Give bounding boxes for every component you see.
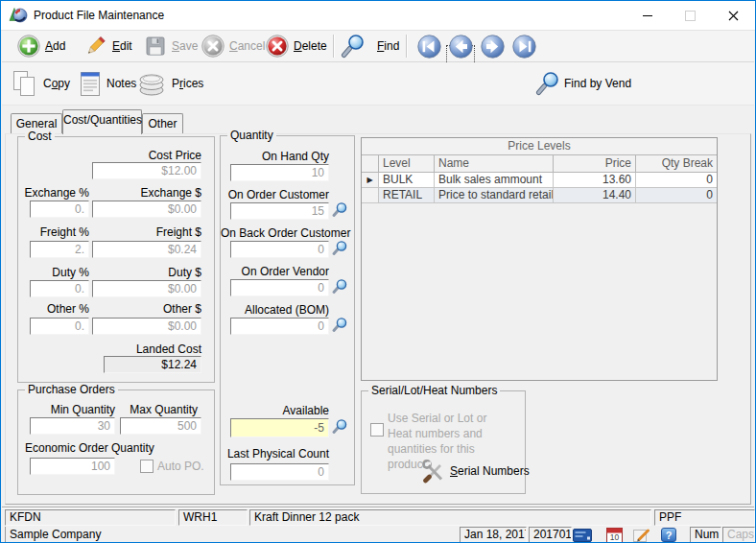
other-pct-field[interactable]: 0. bbox=[30, 318, 89, 335]
tab-other[interactable]: Other bbox=[142, 113, 183, 133]
other-amt-field[interactable]: $0.00 bbox=[92, 318, 201, 335]
purchase-orders-group: Purchase Orders Min Quantity Max Quantit… bbox=[17, 390, 215, 495]
maximize-button[interactable] bbox=[669, 1, 712, 30]
available-field: -5 bbox=[230, 418, 329, 437]
price-levels-caption: Price Levels bbox=[362, 138, 717, 155]
serial-numbers-label: Serial Numbers bbox=[450, 464, 530, 478]
find-button[interactable]: Find bbox=[341, 31, 399, 61]
price-level-row[interactable]: RETAIL Price to standard retail 14.40 0 bbox=[362, 188, 717, 203]
edit-icon bbox=[83, 34, 107, 59]
on-order-vendor-label: On Order Vendor bbox=[221, 265, 329, 278]
cell-name[interactable]: Price to standard retail bbox=[435, 188, 554, 203]
close-icon bbox=[728, 11, 739, 21]
add-label: Add bbox=[45, 39, 65, 53]
max-quantity-label: Max Quantity bbox=[105, 403, 198, 416]
duty-pct-field[interactable]: 0. bbox=[30, 280, 89, 297]
other-amt-label: Other $ bbox=[76, 302, 201, 316]
svg-text:?: ? bbox=[666, 530, 673, 541]
on-hand-qty-field: 10 bbox=[230, 164, 329, 181]
nav-last-button[interactable] bbox=[512, 31, 536, 61]
secondary-toolbar: Copy Notes Prices bbox=[2, 62, 754, 106]
min-quantity-field[interactable]: 30 bbox=[30, 417, 115, 435]
available-label: Available bbox=[221, 404, 329, 417]
cell-qty-break[interactable]: 0 bbox=[636, 173, 717, 188]
prices-button[interactable]: Prices bbox=[138, 62, 203, 105]
notes-icon bbox=[79, 69, 102, 98]
cost-quantities-panel: Cost Cost Price $12.00 Exchange % Exchan… bbox=[5, 133, 751, 505]
on-order-customer-label: On Order Customer bbox=[221, 188, 329, 201]
add-button[interactable]: Add bbox=[17, 31, 65, 61]
cancel-button[interactable]: Cancel bbox=[201, 31, 265, 61]
freight-amt-field[interactable]: $0.24 bbox=[92, 241, 201, 258]
cell-qty-break[interactable]: 0 bbox=[636, 188, 717, 203]
max-quantity-field[interactable]: 500 bbox=[120, 417, 201, 435]
cell-name[interactable]: Bulk sales ammount bbox=[435, 173, 554, 188]
cell-price[interactable]: 13.60 bbox=[554, 173, 636, 188]
cost-group-title: Cost bbox=[25, 130, 55, 143]
exchange-pct-field[interactable]: 0. bbox=[30, 201, 89, 218]
cell-level[interactable]: RETAIL bbox=[379, 188, 435, 203]
landed-cost-label: Landed Cost bbox=[76, 342, 201, 356]
num-lock-indicator: Num bbox=[690, 527, 721, 543]
on-back-order-lookup-icon[interactable] bbox=[331, 240, 348, 257]
delete-button[interactable]: Delete bbox=[266, 31, 327, 61]
price-level-row[interactable]: ▶ BULK Bulk sales ammount 13.60 0 bbox=[362, 173, 717, 188]
find-by-vendor-label: Find by Vend bbox=[564, 77, 631, 90]
eoq-field[interactable]: 100 bbox=[30, 458, 115, 475]
nav-next-button[interactable] bbox=[481, 31, 505, 61]
calendar-icon[interactable]: 10 bbox=[606, 527, 623, 543]
maximize-icon bbox=[685, 11, 696, 21]
save-button[interactable]: Save bbox=[144, 31, 198, 61]
on-order-vendor-lookup-icon[interactable] bbox=[331, 278, 348, 295]
close-button[interactable] bbox=[712, 1, 755, 30]
freight-pct-field[interactable]: 2. bbox=[30, 241, 89, 258]
status-bar-top: KFDN WRH1 Kraft Dinner 12 pack PPF bbox=[2, 507, 754, 528]
allocated-bom-lookup-icon[interactable] bbox=[331, 317, 348, 334]
exchange-amt-field[interactable]: $0.00 bbox=[92, 201, 201, 218]
data-disk-icon[interactable] bbox=[573, 529, 592, 543]
minimize-button[interactable] bbox=[626, 1, 669, 30]
duty-amt-field[interactable]: $0.00 bbox=[92, 280, 201, 297]
save-label: Save bbox=[172, 39, 198, 53]
cost-price-field[interactable]: $12.00 bbox=[92, 162, 201, 179]
row-selector[interactable] bbox=[362, 188, 379, 203]
calendar-day: 10 bbox=[610, 532, 620, 542]
eoq-label: Economic Order Quantity bbox=[25, 441, 154, 455]
find-by-vendor-button[interactable]: Find by Vend bbox=[535, 62, 631, 105]
product-description-panel: Kraft Dinner 12 pack bbox=[249, 509, 651, 526]
cancel-label: Cancel bbox=[229, 39, 265, 53]
find-icon bbox=[341, 34, 366, 59]
nav-previous-button[interactable] bbox=[449, 31, 473, 61]
notes-button[interactable]: Notes bbox=[79, 62, 136, 105]
use-serial-checkbox[interactable] bbox=[370, 423, 384, 437]
module-panel: PPF bbox=[654, 509, 755, 526]
note-pencil-icon[interactable] bbox=[632, 528, 651, 543]
help-icon[interactable]: ? bbox=[661, 528, 676, 543]
header-price: Price bbox=[554, 155, 636, 172]
row-selector-arrow-icon[interactable]: ▶ bbox=[362, 173, 379, 188]
prices-label: Prices bbox=[172, 77, 203, 90]
copy-icon bbox=[12, 69, 38, 98]
on-order-vendor-field[interactable]: 0 bbox=[230, 279, 329, 296]
tab-cost-quantities[interactable]: Cost/Quantities bbox=[62, 109, 142, 134]
auto-po-checkbox[interactable] bbox=[140, 460, 154, 473]
duty-amt-label: Duty $ bbox=[76, 266, 201, 279]
available-lookup-icon[interactable] bbox=[331, 418, 348, 436]
edit-button[interactable]: Edit bbox=[83, 31, 132, 61]
allocated-bom-field[interactable]: 0 bbox=[230, 318, 329, 335]
cost-group: Cost Cost Price $12.00 Exchange % Exchan… bbox=[17, 136, 215, 383]
copy-button[interactable]: Copy bbox=[12, 62, 70, 105]
product-file-maintenance-window: Product File Maintenance Add bbox=[0, 0, 756, 543]
serial-numbers-button[interactable]: Serial Numbers bbox=[421, 459, 530, 484]
on-order-customer-field[interactable]: 15 bbox=[230, 202, 329, 220]
main-area: General Cost/Quantities Other Cost Cost … bbox=[2, 105, 754, 508]
cell-price[interactable]: 14.40 bbox=[554, 188, 636, 203]
on-back-order-field[interactable]: 0 bbox=[230, 241, 329, 258]
last-physical-count-field[interactable]: 0 bbox=[230, 463, 329, 481]
cell-level[interactable]: BULK bbox=[379, 173, 435, 188]
nav-first-button[interactable] bbox=[417, 31, 441, 61]
quantity-group: Quantity On Hand Qty 10 On Order Custome… bbox=[220, 135, 355, 485]
delete-icon bbox=[266, 35, 289, 58]
main-toolbar: Add Edit Save bbox=[2, 31, 754, 62]
on-order-customer-lookup-icon[interactable] bbox=[331, 201, 348, 219]
